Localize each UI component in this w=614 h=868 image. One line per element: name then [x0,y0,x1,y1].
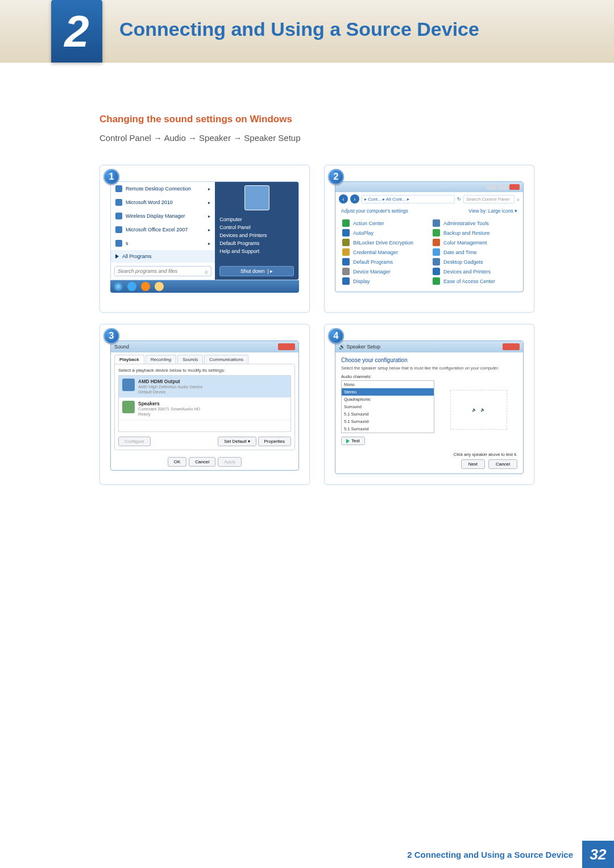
control-panel-item[interactable]: Ease of Access Center [433,277,516,285]
explorer-icon[interactable] [155,282,164,291]
tab-strip: Playback Recording Sounds Communications [111,352,298,364]
channel-option[interactable]: Mono [342,381,434,388]
channel-option[interactable]: Stereo [342,388,434,396]
dialog-buttons: OK Cancel Apply [111,454,298,470]
search-icon: ⌕ [202,268,211,275]
start-menu-item[interactable]: Remote Desktop Connection▸ [111,182,215,196]
device-name: Speakers [138,401,160,406]
maximize-icon[interactable] [498,184,508,190]
start-menu-item[interactable]: Microsoft Word 2010▸ [111,196,215,209]
item-label: Remote Desktop Connection [126,186,191,192]
channels-listbox[interactable]: MonoStereoQuadraphonicSurround5.1 Surrou… [341,380,434,433]
search-box[interactable]: ⌕ [114,266,211,276]
control-panel-item[interactable]: Backup and Restore [433,229,516,236]
speaker-setup-dialog: 🔊 Speaker Setup Choose your configuratio… [335,340,524,474]
test-label: Test [351,438,360,443]
device-row[interactable]: AMD HDMI Output AMD High Definition Audi… [119,376,291,398]
sound-dialog: Sound Playback Recording Sounds Communic… [110,340,299,471]
control-panel-item[interactable]: Display [342,277,426,285]
breadcrumb[interactable]: ▸ Cont... ▸ All Cont... ▸ [362,195,455,203]
cancel-button[interactable]: Cancel [488,459,517,469]
properties-button[interactable]: Properties [258,437,291,446]
close-icon[interactable] [509,184,520,190]
start-menu-link[interactable]: Default Programs [219,239,294,247]
wizard-subtext: Select the speaker setup below that is m… [341,366,517,371]
search-icon: ⌕ [517,197,520,202]
tab-playback[interactable]: Playback [114,355,144,364]
start-menu-item[interactable]: Wireless Display Manager▸ [111,209,215,223]
window-titlebar: Sound [111,341,298,352]
next-button[interactable]: Next [461,459,485,469]
channel-option[interactable]: Quadraphonic [342,396,434,403]
minimize-icon[interactable] [487,184,497,190]
cp-item-icon [433,258,440,265]
start-orb-icon[interactable] [114,282,123,291]
device-name: AMD HDMI Output [138,379,180,384]
window-titlebar: 🔊 Speaker Setup [335,341,523,352]
channel-option[interactable]: Surround [342,403,434,410]
start-menu-left: Remote Desktop Connection▸Microsoft Word… [111,182,215,280]
control-panel-item[interactable]: Administrative Tools [433,219,516,227]
channel-option[interactable]: 5.1 Surround [342,425,434,433]
refresh-icon[interactable]: ↻ [457,197,461,202]
cancel-button[interactable]: Cancel [189,457,215,467]
ok-button[interactable]: OK [168,457,187,467]
start-menu-link[interactable]: Help and Support [219,247,294,255]
shutdown-button[interactable]: Shut down | ▸ [219,266,294,276]
wizard-heading: Choose your configuration [341,357,517,363]
cp-item-label: Color Management [443,240,487,246]
screenshot-panel-1: 1 Remote Desktop Connection▸Microsoft Wo… [99,165,310,313]
control-panel-item[interactable]: Date and Time [433,248,516,256]
device-driver: Conexant 20671 SmartAudio HD [138,406,200,412]
window-titlebar [335,182,523,192]
start-menu-link[interactable]: Devices and Printers [219,231,294,239]
close-icon[interactable] [503,343,520,350]
media-player-icon[interactable] [141,282,150,291]
search-field[interactable]: Search Control Panel [463,195,515,203]
device-status: Default Device [138,389,202,394]
back-button[interactable]: ‹ [339,194,348,203]
all-programs-label: All Programs [122,254,152,259]
control-panel-item[interactable]: AutoPlay [342,229,426,236]
control-panel-item[interactable]: BitLocker Drive Encryption [342,239,426,246]
configure-button[interactable]: Configure [118,437,151,446]
item-label: s [126,240,128,246]
start-menu-link[interactable]: Computer [219,215,294,223]
adjust-label: Adjust your computer's settings [341,208,408,214]
cp-item-label: Administrative Tools [443,221,489,226]
start-menu-link[interactable]: Control Panel [219,223,294,231]
control-panel-item[interactable]: Device Manager [342,268,426,275]
forward-button[interactable]: › [350,194,359,203]
ie-icon[interactable] [127,282,136,291]
set-default-button[interactable]: Set Default ▾ [218,437,256,446]
tab-sounds[interactable]: Sounds [177,355,203,364]
title-label: Speaker Setup [347,344,381,350]
apply-button[interactable]: Apply [218,457,242,467]
start-menu-item[interactable]: s▸ [111,236,215,250]
tab-communications[interactable]: Communications [204,355,248,364]
device-text: AMD HDMI Output AMD High Definition Audi… [138,379,202,394]
channel-option[interactable]: 5.1 Surround [342,418,434,425]
close-icon[interactable] [278,343,295,350]
screenshot-panel-3: 3 Sound Playback Recording Sounds Commun… [99,324,310,485]
control-panel-item[interactable]: Devices and Printers [433,268,516,275]
view-by[interactable]: View by: Large icons ▾ [468,208,517,214]
control-panel-item[interactable]: Action Center [342,219,426,227]
device-list: AMD HDMI Output AMD High Definition Audi… [118,375,291,432]
start-menu-item[interactable]: Microsoft Office Excel 2007▸ [111,223,215,236]
search-input[interactable] [115,267,202,276]
footer-text: 2 Connecting and Using a Source Device [398,841,582,868]
cp-item-label: BitLocker Drive Encryption [353,240,413,246]
test-button[interactable]: Test [341,437,365,445]
control-panel-item[interactable]: Color Management [433,239,516,246]
control-panel-item[interactable]: Default Programs [342,258,426,265]
channel-option[interactable]: 5.1 Surround [342,410,434,418]
speaker-diagram[interactable]: 🔈 🔈 [450,390,507,430]
cp-item-icon [433,219,440,227]
device-row[interactable]: Speakers Conexant 20671 SmartAudio HD Re… [119,398,291,420]
control-panel-item[interactable]: Desktop Gadgets [433,258,516,265]
cp-item-icon [342,268,350,275]
tab-recording[interactable]: Recording [146,355,176,364]
control-panel-item[interactable]: Credential Manager [342,248,426,256]
all-programs[interactable]: All Programs [111,250,215,263]
